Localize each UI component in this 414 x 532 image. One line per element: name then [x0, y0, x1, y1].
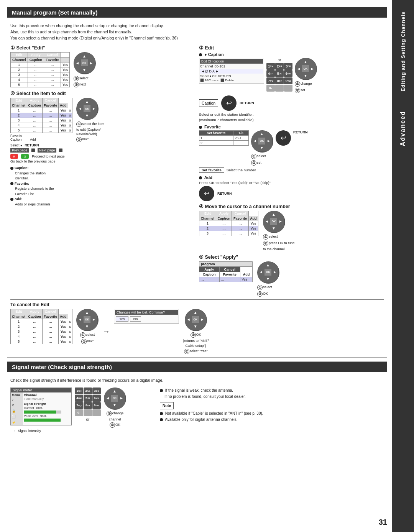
cancel-table: Edit Apply Cancel Channel Caption Favori…: [10, 309, 72, 344]
step2-title: ② Select the item to edit: [10, 90, 195, 96]
table-row: 2……Yess: [11, 113, 72, 118]
step1-table-wrap: Edit Apply Cancel Channel Caption Favori…: [10, 52, 70, 87]
page-wrapper: Editing and Setting Channels Advanced Ma…: [0, 0, 414, 532]
step4-title: ④ Move the cursor to a channel number: [199, 204, 384, 209]
yes-button[interactable]: Yes: [116, 316, 128, 322]
nav-cluster-step4: ▲ ◄ OK ► ▼: [263, 211, 285, 233]
nav-cluster-step2: ▲ ◄ OK ► ▼: [76, 98, 99, 120]
note-label: Note: [160, 402, 174, 409]
signal-right: If the signal is weak, check the antenna…: [160, 388, 384, 433]
nav-cluster-signal: ▲ ◄ OK ► ▼: [104, 388, 126, 410]
step2-table-wrap: Edit Apply Cancel Channel Caption Favori…: [10, 98, 72, 141]
manual-program-intro: Use this procedure when changing the cha…: [7, 21, 387, 43]
step3-caption: ● Caption Edit CH caption Channel 80-101: [199, 52, 384, 122]
step2-section: ② Select the item to edit Edit Apply Can…: [10, 90, 195, 207]
ch-number-grid: 1CH 2AB 3DE 4GH 5JK 6MN 7PQ 8ST 9VW: [266, 63, 292, 92]
step2-nav: ▲ ◄ OK ► ▼ ①select the item: [76, 98, 104, 142]
step1-table: Edit Apply Cancel Channel Caption Favori…: [10, 52, 70, 87]
step2-table: Edit Apply Cancel Channel Caption Favori…: [10, 98, 72, 133]
return-arrow-caption: ↩: [221, 95, 237, 111]
table-row: 2……Yes: [199, 226, 258, 231]
table-row: 4……Yess: [11, 334, 72, 339]
table-row: 4……Yess: [11, 123, 72, 128]
sidebar-editing-channels: Editing and Setting Channels: [400, 11, 406, 92]
page-number: 31: [379, 518, 387, 527]
table-row: 1……Yess: [11, 319, 72, 324]
nav-cluster-step3caption: ▲ ◄ OK ► ▼: [295, 58, 317, 80]
cancel-edit-title: To cancel the Edit: [10, 302, 384, 307]
table-row: 2: [199, 140, 249, 145]
return-arrow-add: ↩: [199, 186, 214, 201]
table-row: 4……Yes: [11, 77, 70, 82]
table-row: 3……Yes: [11, 72, 70, 77]
table-row: 3……Yess: [11, 329, 72, 334]
table-row: 3……Yes: [199, 231, 258, 236]
table-row: 5……Yess: [11, 339, 72, 344]
table-row: 2……Yes: [11, 67, 70, 72]
table-row: 126-1: [199, 135, 249, 140]
step3-title: ③ Edit: [199, 45, 384, 51]
signal-meter-header: Signal meter (Check signal strength): [7, 362, 387, 372]
step5-prog-table: Apply Cancel Caption Favorite Add: [199, 267, 253, 282]
table-row: 3……Yess: [11, 118, 72, 123]
table-row: 1……Yes: [11, 62, 70, 67]
set-favorite-display: Set favorite 1/3 126-1 2: [199, 130, 249, 146]
manual-program-header: Manual program (Set manually): [7, 7, 387, 18]
g-button[interactable]: G: [21, 154, 29, 159]
step4-section: ④ Move the cursor to a channel number Ed…: [199, 204, 384, 251]
table-row: 2……Yess: [11, 324, 72, 329]
step1-section: ① Select "Edit" Edit Apply Cancel: [10, 45, 195, 87]
step3-add: Add Press OK to select "Yes (add)" or "N…: [199, 175, 384, 201]
manual-program-cols: ① Select "Edit" Edit Apply Cancel: [7, 43, 387, 297]
table-row: 5……Yes: [11, 82, 70, 87]
step3-favorite: Favorite Set favorite 1/3: [199, 125, 384, 173]
step1-nav: ▲ ◄ OK ► ▼ ①select ②ne: [74, 52, 96, 87]
signal-meter-display: Signal meter Menu ♪ ⊙ 🔒 ⬜ ⚡: [10, 388, 72, 425]
step4-table: Edit Apply Cancel Channel Caption: [199, 211, 258, 236]
signal-left: Signal meter Menu ♪ ⊙ 🔒 ⬜ ⚡: [10, 388, 156, 433]
section-manual-program: Manual program (Set manually) Use this p…: [7, 7, 387, 358]
step5-table-wrap: program Apply Cancel: [199, 261, 253, 282]
nav-cluster-step1: ▲ ◄ OK ► ▼: [74, 52, 96, 74]
nav-cluster-cancel1: ▲ ◄ OK ► ▼: [76, 309, 99, 331]
step3-section: ③ Edit ● Caption Edit CH caption: [199, 45, 384, 297]
signal-bar-current: [24, 410, 61, 414]
set-favorite-label: Set favorite: [199, 167, 224, 173]
nav-cluster-cancel2: ▲ ◄ OK ► ▼: [185, 309, 207, 331]
caption-label-box: Caption: [199, 99, 218, 107]
step5-title: ⑤ Select "Apply": [199, 254, 384, 260]
continue-dialog: Changes will be lost. Continue? Yes No: [114, 309, 179, 323]
table-row: ……Yes: [199, 277, 253, 282]
signal-intensity-label: ← Signal intensity: [13, 429, 156, 433]
step1-title: ① Select "Edit": [10, 45, 195, 51]
col-right: ③ Edit ● Caption Edit CH caption: [199, 43, 384, 297]
sidebar-advanced: Advanced: [399, 111, 406, 146]
signal-bar-peak: [24, 419, 61, 422]
no-button[interactable]: No: [130, 316, 141, 322]
cancel-edit-section: To cancel the Edit Edit Apply Cancel: [10, 299, 384, 354]
step5-section: ⑤ Select "Apply" program Apply Cancel: [199, 254, 384, 297]
right-sidebar: Editing and Setting Channels Advanced: [392, 0, 414, 532]
step2-content: Edit Apply Cancel Channel Caption Favori…: [10, 98, 195, 142]
cancel-table-wrap: Edit Apply Cancel Channel Caption Favori…: [10, 309, 72, 344]
section-signal-meter: Signal meter (Check signal strength) Che…: [7, 361, 387, 436]
ch-number-grid-signal: 1CH 2AB 3DE 4GH 5JK 6MN 7PQ 8ST 9VW 0+: [75, 388, 101, 416]
col-left: ① Select "Edit" Edit Apply Cancel: [10, 43, 195, 297]
step4-table-wrap: Edit Apply Cancel Channel Caption: [199, 211, 258, 236]
edit-ch-caption-display: Edit CH caption Channel 80-101 ◄@ D A ►: [199, 58, 264, 84]
signal-cols: Signal meter Menu ♪ ⊙ 🔒 ⬜ ⚡: [7, 388, 387, 433]
arrow-icon: →: [102, 327, 110, 336]
step1-content: Edit Apply Cancel Channel Caption Favori…: [10, 52, 195, 87]
nav-cluster-step3fav: ▲ ◄ OK ► ▼: [251, 130, 273, 153]
return-arrow-fav: ↩: [276, 130, 291, 146]
table-row: 1……Yess: [11, 108, 72, 113]
table-row: 1……Yes: [199, 221, 258, 226]
table-row: 5……Yess: [11, 128, 72, 133]
nav-cluster-step5: ▲ ◄ OK ► ▼: [257, 261, 279, 284]
signal-intro: Check the signal strength if interferenc…: [7, 375, 387, 385]
main-content: Manual program (Set manually) Use this p…: [7, 7, 387, 436]
r-button[interactable]: R: [10, 154, 18, 159]
